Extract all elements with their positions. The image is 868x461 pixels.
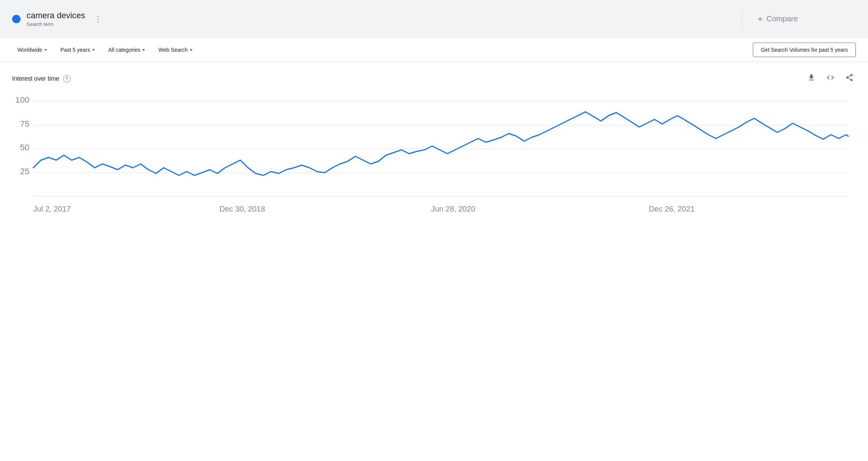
chart-container: 100 75 50 25 Jul 2, 2017 Dec 30, 2018 Ju… [12,94,856,223]
download-icon[interactable] [805,71,818,86]
filter-bar: Worldwide ▾ Past 5 years ▾ All categorie… [0,38,868,62]
share-icon[interactable] [843,71,856,86]
compare-section[interactable]: + Compare [742,8,856,30]
svg-text:Dec 26, 2021: Dec 26, 2021 [649,205,695,213]
compare-label: Compare [767,14,798,23]
search-type-filter[interactable]: Web Search ▾ [153,44,198,56]
svg-text:25: 25 [20,167,30,176]
time-label: Past 5 years [60,47,90,53]
embed-icon[interactable] [824,71,837,86]
search-term-title: camera devices [27,11,85,21]
chart-actions [805,71,856,86]
category-chevron-icon: ▾ [143,47,145,52]
interest-chart: 100 75 50 25 Jul 2, 2017 Dec 30, 2018 Ju… [12,94,856,223]
svg-text:Dec 30, 2018: Dec 30, 2018 [219,205,265,213]
region-filter[interactable]: Worldwide ▾ [12,44,52,56]
get-volumes-button[interactable]: Get Search Volumes for past 5 years [753,43,856,57]
time-chevron-icon: ▾ [92,47,95,52]
search-term-left: camera devices Search term ⋮ [12,11,734,27]
time-filter[interactable]: Past 5 years ▾ [55,44,100,56]
help-icon[interactable]: ? [63,75,71,83]
chart-title-group: Interest over time ? [12,75,71,83]
svg-text:50: 50 [20,143,30,152]
search-type-chevron-icon: ▾ [190,47,192,52]
search-bar: camera devices Search term ⋮ + Compare [0,0,868,38]
svg-text:Jul 2, 2017: Jul 2, 2017 [33,205,71,213]
search-term-dot [12,15,21,23]
more-options-icon[interactable]: ⋮ [91,11,105,27]
svg-text:Jun 28, 2020: Jun 28, 2020 [431,205,475,213]
search-term-subtitle: Search term [27,21,85,27]
svg-text:75: 75 [20,119,30,129]
category-label: All categories [108,47,140,53]
search-type-label: Web Search [158,47,188,53]
region-label: Worldwide [17,47,42,53]
chart-header: Interest over time ? [12,71,856,86]
region-chevron-icon: ▾ [44,47,47,52]
chart-title: Interest over time [12,75,59,82]
chart-section: Interest over time ? [0,62,868,235]
category-filter[interactable]: All categories ▾ [103,44,150,56]
search-term-info: camera devices Search term [27,11,85,27]
svg-text:100: 100 [15,95,29,105]
compare-plus-icon: + [757,14,763,24]
